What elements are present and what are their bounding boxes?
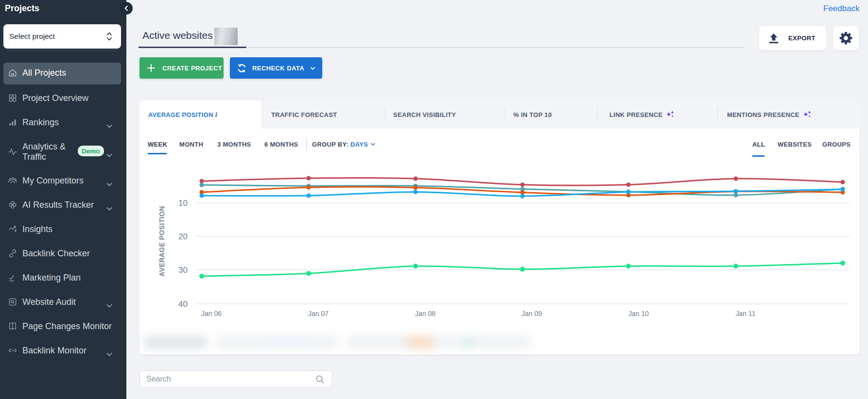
svg-text:Jan 10: Jan 10: [628, 310, 649, 317]
svg-text:Jan 11: Jan 11: [736, 310, 756, 317]
svg-text:10: 10: [178, 199, 188, 208]
svg-text:Jan 06: Jan 06: [201, 310, 222, 317]
svg-text:Jan 09: Jan 09: [521, 310, 542, 317]
svg-text:40: 40: [178, 299, 188, 309]
svg-text:Jan 08: Jan 08: [415, 310, 435, 317]
svg-text:30: 30: [178, 266, 188, 275]
svg-text:20: 20: [178, 232, 188, 241]
svg-text:AVERAGE POSITION: AVERAGE POSITION: [158, 206, 166, 276]
svg-text:Jan 07: Jan 07: [308, 310, 329, 317]
